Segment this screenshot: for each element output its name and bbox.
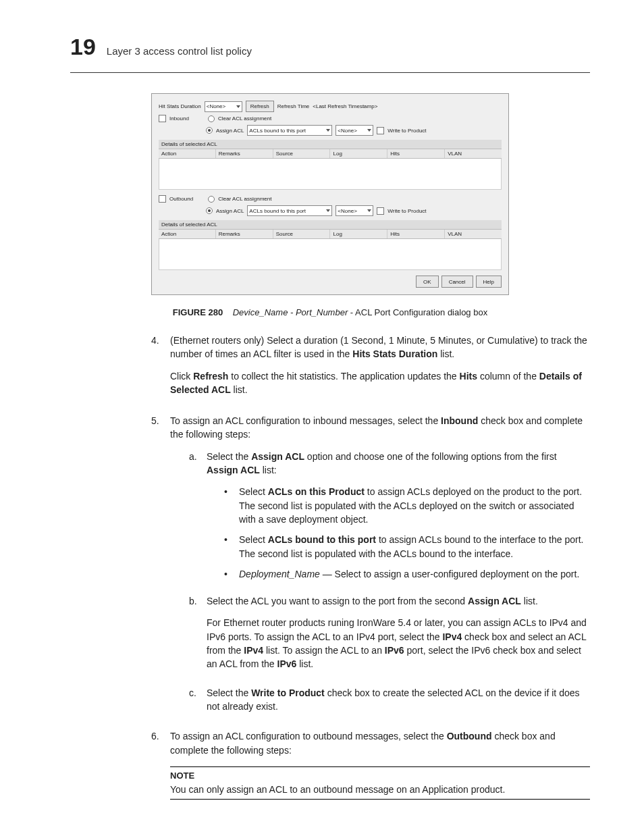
note-title: NOTE — [170, 770, 590, 783]
acl-port-config-dialog: Hit Stats Duration <None> Refresh Refres… — [151, 93, 509, 295]
outbound-write-checkbox[interactable] — [377, 207, 384, 215]
text: To assign an ACL configuration to inboun… — [170, 415, 441, 426]
col-log: Log — [330, 149, 387, 158]
chapter-title: Layer 3 access control list policy — [107, 45, 252, 57]
outbound-assign-radio[interactable] — [206, 207, 213, 214]
text: column of the — [477, 371, 539, 382]
inbound-assign-radio[interactable] — [206, 127, 213, 134]
col-vlan: VLAN — [445, 230, 502, 238]
hit-stats-value: <None> — [207, 103, 225, 109]
step-5a: a. Select the Assign ACL option and choo… — [189, 450, 590, 588]
step-4-p2: Click Refresh to collect the hit statist… — [170, 369, 590, 397]
col-source: Source — [273, 230, 331, 238]
text: Select the — [207, 451, 251, 462]
inbound-clear-label: Clear ACL assignment — [218, 115, 271, 122]
text-bold: IPv6 — [385, 645, 404, 656]
outbound-assign-select-1[interactable]: ACLs bound to this port — [247, 205, 332, 216]
inbound-write-label: Write to Product — [387, 128, 426, 134]
text-bold: ACLs on this Product — [268, 486, 365, 497]
figure-lead: FIGURE 280 — [173, 307, 223, 317]
text: — Select to assign a user-configured dep… — [320, 569, 579, 579]
outbound-assign-select-2[interactable]: <None> — [336, 205, 373, 216]
inbound-assign-sel2-value: <None> — [338, 128, 356, 134]
inbound-table-body — [159, 159, 502, 190]
figure-italic: Device_Name - Port_Number — [233, 307, 348, 317]
text: list. To assign the ACL to an — [263, 645, 385, 656]
inbound-assign-sel1-value: ACLs bound to this port — [249, 128, 306, 134]
outbound-clear-radio[interactable] — [208, 196, 215, 203]
step-5c-label: c. — [189, 686, 207, 714]
step-5a-text: Select the Assign ACL option and choose … — [207, 450, 590, 477]
text-bold: Hits Stats Duration — [352, 348, 437, 359]
col-log: Log — [330, 230, 387, 238]
figure-caption: FIGURE 280 Device_Name - Port_Number - A… — [70, 307, 590, 317]
step-5b: b. Select the ACL you want to assign to … — [189, 594, 590, 679]
running-head: 19 Layer 3 access control list policy — [70, 34, 590, 60]
col-hits: Hits — [387, 149, 445, 158]
inbound-details-header: Details of selected ACL — [159, 140, 502, 149]
step-5c: c. Select the Write to Product check box… — [189, 686, 590, 714]
chevron-down-icon — [367, 209, 371, 212]
text: Select the ACL you want to assign to the… — [207, 596, 468, 606]
inbound-clear-radio[interactable] — [208, 115, 215, 122]
text: Click — [170, 371, 193, 382]
outbound-assign-label: Assign ACL — [216, 208, 244, 214]
text: list: — [260, 465, 277, 475]
step-4: 4. (Ethernet routers only) Select a dura… — [151, 334, 590, 405]
text: to collect the hit statistics. The appli… — [228, 371, 459, 382]
inbound-assign-select-2[interactable]: <None> — [336, 125, 373, 136]
step-4-p1: (Ethernet routers only) Select a duratio… — [170, 334, 590, 361]
ok-button[interactable]: OK — [416, 276, 439, 288]
outbound-checkbox[interactable] — [159, 195, 166, 203]
outbound-details-header: Details of selected ACL — [159, 220, 502, 229]
step-5b-label: b. — [189, 594, 207, 679]
inbound-table-header: Action Remarks Source Log Hits VLAN — [159, 149, 502, 159]
col-source: Source — [273, 149, 331, 158]
text-bold: IPv4 — [244, 645, 263, 656]
col-action: Action — [159, 149, 216, 158]
text: Select — [239, 534, 268, 545]
outbound-table-body — [159, 239, 502, 270]
help-button[interactable]: Help — [476, 276, 502, 288]
step-4-num: 4. — [151, 334, 170, 405]
refresh-button[interactable]: Refresh — [246, 101, 274, 112]
text-bold: Assign ACL — [468, 596, 521, 606]
text-bold: ACLs bound to this port — [268, 534, 376, 545]
inbound-checkbox[interactable] — [159, 115, 166, 122]
step-5b-p2: For Ethernet router products runing Iron… — [207, 616, 590, 671]
step-6-text: To assign an ACL configuration to outbou… — [170, 729, 590, 757]
step-6-num: 6. — [151, 729, 170, 800]
refresh-time-value: <Last Refresh Timestamp> — [313, 103, 377, 109]
step-5c-text: Select the Write to Product check box to… — [207, 686, 590, 714]
inbound-assign-select-1[interactable]: ACLs bound to this port — [247, 125, 332, 136]
outbound-table-header: Action Remarks Source Log Hits VLAN — [159, 229, 502, 239]
outbound-label: Outbound — [169, 196, 193, 202]
chevron-down-icon — [326, 129, 330, 132]
inbound-label: Inbound — [169, 115, 189, 122]
text: list. — [231, 384, 248, 395]
text-bold: Write to Product — [251, 687, 325, 698]
text-bold: IPv6 — [277, 658, 297, 669]
col-remarks: Remarks — [216, 230, 273, 238]
text-bold: Refresh — [193, 371, 228, 382]
refresh-time-label: Refresh Time — [277, 103, 310, 109]
text: list. — [437, 348, 454, 359]
bullet-2: Select ACLs bound to this port to assign… — [224, 533, 590, 561]
col-action: Action — [159, 230, 216, 238]
hit-stats-select[interactable]: <None> — [205, 101, 242, 112]
step-5a-label: a. — [189, 450, 207, 588]
inbound-write-checkbox[interactable] — [377, 127, 384, 134]
step-6: 6. To assign an ACL configuration to out… — [151, 729, 590, 800]
col-hits: Hits — [387, 230, 445, 238]
step-5: 5. To assign an ACL configuration to inb… — [151, 414, 590, 720]
chevron-down-icon — [236, 105, 240, 108]
outbound-clear-label: Clear ACL assignment — [218, 196, 271, 202]
cancel-button[interactable]: Cancel — [441, 276, 473, 288]
hit-stats-label: Hit Stats Duration — [159, 103, 201, 109]
figure-tail: - ACL Port Configuration dialog box — [350, 307, 487, 317]
text-bold: Outbound — [447, 731, 492, 741]
text-bold: IPv4 — [442, 631, 462, 642]
text-bold: Assign ACL — [207, 465, 260, 475]
note-box: NOTE You can only assign an ACL to an ou… — [170, 766, 590, 800]
outbound-assign-sel1-value: ACLs bound to this port — [249, 208, 306, 214]
